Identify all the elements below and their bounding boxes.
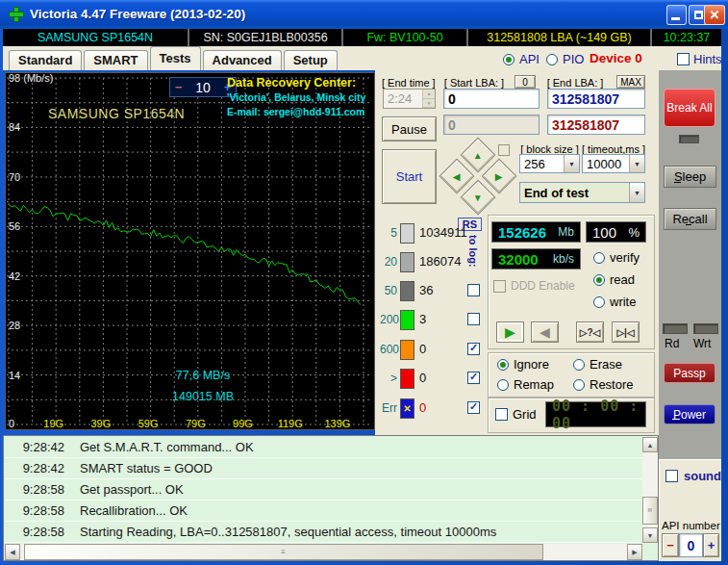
mb-unit: Mb	[558, 225, 574, 239]
zoom-value: 10	[187, 80, 219, 95]
total-read-overlay: 149015 MB	[126, 386, 280, 407]
play-icon: ▶	[505, 324, 515, 340]
log-time: 9:28:58	[5, 482, 64, 497]
percent-display: 100 %	[586, 221, 646, 243]
power-button[interactable]: Power	[664, 404, 715, 424]
recall-hotkey-underline	[686, 224, 691, 225]
log-time: 9:28:42	[5, 440, 64, 454]
end-time-spin-buttons[interactable]: ▲▼	[422, 90, 435, 108]
verify-radio[interactable]	[593, 252, 605, 264]
log-message: Get S.M.A.R.T. command... OK	[80, 440, 254, 454]
end-time-value: 2:24	[384, 90, 422, 108]
end-lba-input[interactable]: 312581807	[547, 89, 645, 109]
right-triangle-icon: ▶	[495, 170, 503, 181]
tab-advanced[interactable]: Advanced	[203, 50, 282, 70]
close-button[interactable]: ✕	[704, 5, 725, 25]
seek-error-button[interactable]: ▷?◁	[576, 321, 604, 343]
ddd-checkbox[interactable]	[493, 280, 506, 293]
tab-tests[interactable]: Tests	[150, 46, 201, 70]
api-minus-button[interactable]: −	[662, 533, 679, 557]
log-v-scrollbar[interactable]: ▲ ≡ ▼	[642, 437, 658, 543]
drive-firmware: Fw: BV100-50	[343, 29, 468, 46]
pause-button[interactable]: Pause	[382, 116, 437, 141]
v-scroll-thumb[interactable]: ≡	[642, 497, 658, 525]
svg-text:42: 42	[9, 270, 20, 282]
bin-to-log-checkbox[interactable]	[467, 343, 480, 355]
rd-indicator	[663, 323, 688, 334]
sleep-button[interactable]: Sleep	[664, 166, 716, 188]
api-radio[interactable]	[503, 54, 515, 65]
recall-button[interactable]: Recall	[664, 208, 716, 230]
remap-label: Remap	[514, 377, 554, 392]
h-scroll-thumb[interactable]: ≡	[24, 544, 543, 560]
hints-checkbox[interactable]	[677, 53, 690, 65]
scroll-down-button[interactable]: ▼	[642, 527, 658, 543]
log-time: 9:28:58	[5, 503, 64, 518]
bin-to-log-checkbox[interactable]	[467, 313, 480, 325]
start-lba-zero-button[interactable]: 0	[515, 75, 536, 89]
minimize-icon	[671, 17, 680, 20]
bin-value: 1034911	[419, 225, 467, 240]
log-time: 9:28:58	[5, 525, 64, 539]
log-h-scrollbar[interactable]: ◀ ≡ ▶	[5, 544, 642, 560]
start-lba-input[interactable]: 0	[443, 89, 540, 109]
restore-radio[interactable]	[573, 379, 585, 391]
end-action-select[interactable]: End of test ▼	[519, 182, 645, 203]
remap-radio[interactable]	[497, 379, 509, 391]
scroll-right-button[interactable]: ▶	[627, 544, 642, 560]
svg-text:99G: 99G	[233, 418, 253, 429]
scroll-left-icon: ◀	[10, 549, 14, 556]
titlebar: Victoria 4.47 Freeware (2013-02-20) ✕	[0, 0, 728, 29]
seek-limit-button[interactable]: ▷|◁	[612, 321, 640, 343]
sleep-hotkey-underline	[674, 182, 681, 183]
tab-setup[interactable]: Setup	[284, 50, 338, 70]
restore-label: Restore	[590, 377, 634, 392]
bin-label: 5	[380, 226, 397, 240]
rewind-button[interactable]: ◀	[531, 321, 559, 343]
api-plus-button[interactable]: +	[703, 533, 719, 557]
bin-to-log-checkbox[interactable]	[467, 372, 480, 384]
bin-value: 3	[419, 312, 426, 326]
passp-button[interactable]: Passp	[664, 363, 715, 383]
svg-text:119G: 119G	[278, 418, 303, 429]
erase-radio[interactable]	[573, 359, 585, 371]
scroll-left-button[interactable]: ◀	[5, 544, 20, 560]
start-button[interactable]: Start	[382, 149, 437, 204]
api-radio-label: API	[519, 52, 540, 66]
combo-arrow-icon: ▼	[629, 183, 644, 202]
tab-smart[interactable]: SMART	[84, 50, 147, 70]
bins-list: 5103491120186074503620036000>0Err✕0	[380, 217, 486, 433]
minimize-button[interactable]	[666, 5, 687, 25]
wrt-label: Wrt	[693, 337, 711, 350]
nav-checkbox[interactable]	[498, 144, 510, 156]
end-time-label: [ End time ]	[382, 77, 435, 89]
block-size-select[interactable]: 256 ▼	[519, 154, 580, 173]
bin-row-Err: Err✕0	[380, 398, 486, 420]
tab-standard[interactable]: Standard	[9, 50, 82, 70]
bin-label: 50	[380, 284, 397, 297]
bin-to-log-checkbox[interactable]	[467, 401, 480, 414]
timeout-select[interactable]: 10000 ▼	[582, 154, 645, 173]
banner-line-1: Data Recovery Center:	[227, 76, 373, 90]
write-radio[interactable]	[593, 296, 605, 308]
zoom-minus-button[interactable]: −	[170, 80, 187, 94]
play-button[interactable]: ▶	[496, 321, 524, 343]
bin-label: 200	[380, 313, 397, 326]
scroll-up-button[interactable]: ▲	[642, 437, 658, 452]
svg-text:19G: 19G	[43, 418, 63, 429]
bin-label: 600	[380, 343, 397, 356]
sound-checkbox[interactable]	[665, 470, 678, 482]
bin-color-block	[400, 252, 414, 272]
svg-text:39G: 39G	[91, 418, 112, 429]
ignore-radio[interactable]	[497, 359, 509, 371]
start-lba-label: [ Start LBA: ]	[441, 77, 507, 89]
scan-stats-overlay: 77,6 MB/s 149015 MB	[126, 365, 280, 407]
bin-to-log-checkbox[interactable]	[467, 284, 480, 296]
read-radio[interactable]	[593, 274, 605, 286]
end-lba-max-button[interactable]: MAX	[616, 75, 645, 89]
kbs-value: 32000	[498, 251, 539, 268]
pio-radio[interactable]	[546, 54, 558, 65]
grid-checkbox[interactable]	[495, 408, 508, 421]
break-all-button[interactable]: Break All	[664, 89, 715, 127]
bin-color-block	[400, 340, 414, 360]
